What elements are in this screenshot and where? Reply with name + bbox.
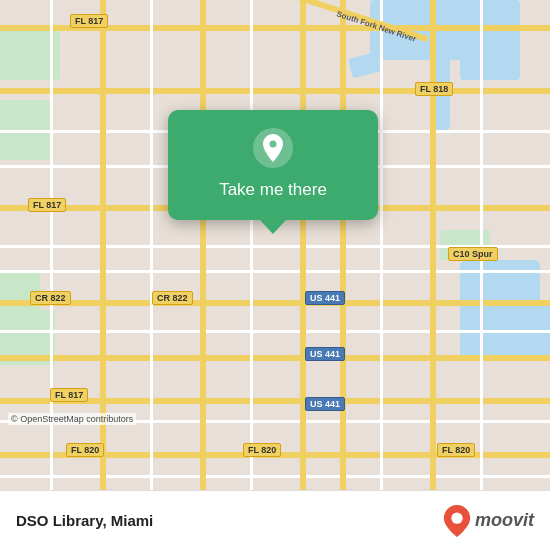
location-title-text: DSO Library, Miami	[16, 512, 153, 529]
road-label-us441-mid: US 441	[305, 347, 345, 361]
popup-card[interactable]: Take me there	[168, 110, 378, 220]
road-v-minor4	[380, 0, 383, 490]
location-title: DSO Library, Miami	[16, 512, 153, 529]
road-v-minor5	[480, 0, 483, 490]
road-v-430	[430, 0, 436, 490]
road-label-fl817-top: FL 817	[70, 14, 108, 28]
take-me-there-button[interactable]: Take me there	[219, 180, 327, 200]
road-label-cr822-right: CR 822	[152, 291, 193, 305]
road-v-minor3	[250, 0, 253, 490]
road-h-cr822	[0, 300, 550, 306]
road-h-minor7	[0, 475, 550, 478]
road-label-fl818: FL 818	[415, 82, 453, 96]
map-container: FL 817 FL 818 FL 817 FL 8 CR 822 CR 822 …	[0, 0, 550, 490]
svg-point-1	[451, 512, 462, 523]
road-label-us441-bot: US 441	[305, 397, 345, 411]
osm-credit: © OpenStreetMap contributors	[8, 413, 136, 425]
road-label-c10spur: C10 Spur	[448, 247, 498, 261]
bottom-bar: DSO Library, Miami moovit	[0, 490, 550, 550]
road-label-us441-top: US 441	[305, 291, 345, 305]
road-label-fl820-mid: FL 820	[243, 443, 281, 457]
road-label-cr822-left: CR 822	[30, 291, 71, 305]
moovit-logo: moovit	[443, 505, 534, 537]
road-h-minor5	[0, 330, 550, 333]
road-v-minor2	[150, 0, 153, 490]
road-label-fl820-right: FL 820	[437, 443, 475, 457]
road-v-200	[200, 0, 206, 490]
road-h-minor4	[0, 270, 550, 273]
location-info: DSO Library, Miami	[16, 512, 153, 529]
location-pin-icon	[251, 126, 295, 170]
water-body	[460, 0, 520, 80]
road-label-fl817-bot: FL 817	[50, 388, 88, 402]
road-v-us441	[340, 0, 346, 490]
road-h-355	[0, 355, 550, 361]
moovit-brand-text: moovit	[475, 510, 534, 531]
moovit-pin-icon	[443, 505, 471, 537]
road-label-fl820-left: FL 820	[66, 443, 104, 457]
road-h-fl818	[0, 88, 550, 94]
road-label-fl817-mid: FL 817	[28, 198, 66, 212]
road-v-300	[300, 0, 306, 490]
